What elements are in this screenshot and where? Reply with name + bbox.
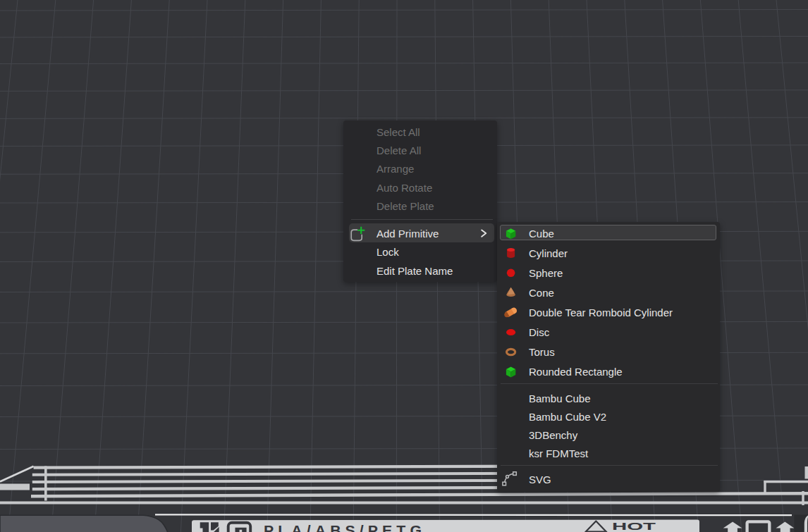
svg-text:PLA/ABS/PETG: PLA/ABS/PETG	[264, 522, 426, 532]
svg-text:HOT: HOT	[612, 520, 656, 532]
